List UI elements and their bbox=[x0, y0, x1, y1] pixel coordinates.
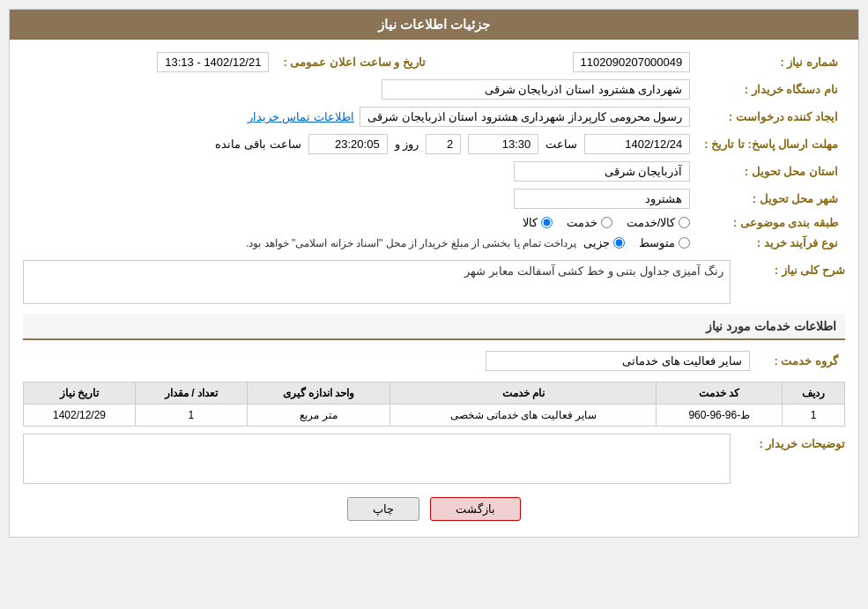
purchase-type-radio-jozii[interactable] bbox=[613, 237, 625, 249]
category-label-kala-khedmat: کالا/خدمت bbox=[627, 216, 676, 229]
category-label-khedmat: خدمت bbox=[567, 216, 597, 229]
service-group-value: سایر فعالیت های خدماتی bbox=[486, 351, 750, 371]
province-value: آذربایجان شرقی bbox=[514, 161, 690, 182]
service-table: ردیف کد خدمت نام خدمت واحد اندازه گیری ت… bbox=[23, 382, 845, 427]
content-area: شماره نیاز : 1102090207000049 تاریخ و سا… bbox=[10, 40, 858, 537]
response-time-label: ساعت bbox=[545, 137, 577, 151]
category-option-kala-khedmat[interactable]: کالا/خدمت bbox=[627, 216, 691, 229]
purchase-type-label-motavaset: متوسط bbox=[639, 236, 675, 249]
cell-qty-1: 1 bbox=[135, 405, 247, 427]
purchase-type-radio-motavaset[interactable] bbox=[679, 237, 690, 249]
cell-row-1: 1 bbox=[783, 405, 845, 427]
buyer-org-label: نام دستگاه خریدار : bbox=[697, 76, 845, 103]
need-number-label: شماره نیاز : bbox=[697, 48, 845, 76]
response-date-value: 1402/12/24 bbox=[584, 134, 690, 154]
main-container: جزئیات اطلاعات نیاز شماره نیاز : 1102090… bbox=[9, 9, 859, 538]
response-time-value: 13:30 bbox=[468, 134, 538, 154]
announce-datetime-label: تاریخ و ساعت اعلان عمومی : bbox=[283, 56, 425, 69]
category-radio-khedmat[interactable] bbox=[601, 217, 612, 228]
city-value: هشترود bbox=[514, 189, 690, 209]
description-label: شرح کلی نیاز : bbox=[739, 260, 845, 277]
cell-date-1: 1402/12/29 bbox=[24, 405, 136, 427]
col-header-row: ردیف bbox=[783, 382, 845, 405]
response-deadline-label: مهلت ارسال پاسخ: تا تاریخ : bbox=[697, 130, 845, 158]
response-days-value: 2 bbox=[426, 134, 461, 154]
requester-link[interactable]: اطلاعات تماس خریدار bbox=[248, 110, 354, 123]
col-header-qty: تعداد / مقدار bbox=[135, 382, 247, 405]
info-grid-1: شماره نیاز : 1102090207000049 تاریخ و سا… bbox=[23, 48, 845, 253]
category-label-kala: کالا bbox=[523, 216, 538, 229]
table-row: 1 ط-96-96-960 سایر فعالیت های خدماتی شخص… bbox=[24, 405, 845, 427]
cell-unit-1: متر مربع bbox=[247, 405, 390, 427]
back-button[interactable]: بازگشت bbox=[430, 497, 521, 521]
description-textarea[interactable] bbox=[23, 260, 731, 304]
services-section-title: اطلاعات خدمات مورد نیاز bbox=[23, 314, 845, 340]
category-label: طبقه بندی موضوعی : bbox=[697, 212, 845, 233]
print-button[interactable]: چاپ bbox=[347, 497, 419, 521]
buyer-notes-label: توضیحات خریدار : bbox=[739, 434, 845, 450]
category-option-khedmat[interactable]: خدمت bbox=[567, 216, 612, 229]
purchase-type-option-jozii[interactable]: جزیی bbox=[583, 236, 625, 249]
response-days-label: روز و bbox=[395, 137, 419, 151]
category-option-kala[interactable]: کالا bbox=[523, 216, 553, 229]
purchase-type-radio-group: متوسط جزیی bbox=[583, 236, 690, 249]
col-header-name: نام خدمت bbox=[390, 382, 657, 405]
page-title: جزئیات اطلاعات نیاز bbox=[378, 17, 490, 32]
service-group-label: گروه خدمت : bbox=[757, 347, 845, 375]
col-header-unit: واحد اندازه گیری bbox=[247, 382, 390, 405]
announce-datetime-value: 1402/12/21 - 13:13 bbox=[157, 52, 269, 72]
page-header: جزئیات اطلاعات نیاز bbox=[10, 10, 858, 40]
requester-value: رسول محرومی کارپرداز شهرداری هشترود استا… bbox=[360, 107, 690, 127]
buyer-org-value: شهرداری هشترود استان اذربایجان شرقی bbox=[382, 79, 690, 100]
response-remaining-value: 23:20:05 bbox=[308, 134, 388, 154]
cell-code-1: ط-96-96-960 bbox=[657, 405, 783, 427]
response-remaining-label: ساعت باقی مانده bbox=[215, 137, 300, 151]
requester-label: ایجاد کننده درخواست : bbox=[697, 103, 845, 130]
col-header-code: کد خدمت bbox=[657, 382, 783, 405]
category-radio-kala[interactable] bbox=[541, 217, 553, 228]
cell-name-1: سایر فعالیت های خدماتی شخصی bbox=[390, 405, 657, 427]
service-group-grid: گروه خدمت : سایر فعالیت های خدماتی bbox=[23, 347, 845, 375]
col-header-date: تاریخ نیاز bbox=[24, 382, 136, 405]
purchase-type-option-motavaset[interactable]: متوسط bbox=[639, 236, 690, 249]
province-label: استان محل تحویل : bbox=[697, 158, 845, 185]
category-radio-group: کالا/خدمت خدمت کالا bbox=[30, 216, 690, 229]
purchase-type-label: نوع فرآیند خرید : bbox=[697, 233, 845, 253]
purchase-type-note: پرداخت تمام یا بخشی از مبلغ خریدار از مح… bbox=[246, 237, 576, 249]
action-buttons: بازگشت چاپ bbox=[23, 497, 845, 521]
category-radio-kala-khedmat[interactable] bbox=[679, 217, 690, 228]
need-number-value: 1102090207000049 bbox=[573, 52, 691, 72]
purchase-type-label-jozii: جزیی bbox=[583, 236, 610, 249]
buyer-notes-textarea[interactable] bbox=[23, 434, 731, 484]
city-label: شهر محل تحویل : bbox=[697, 185, 845, 212]
